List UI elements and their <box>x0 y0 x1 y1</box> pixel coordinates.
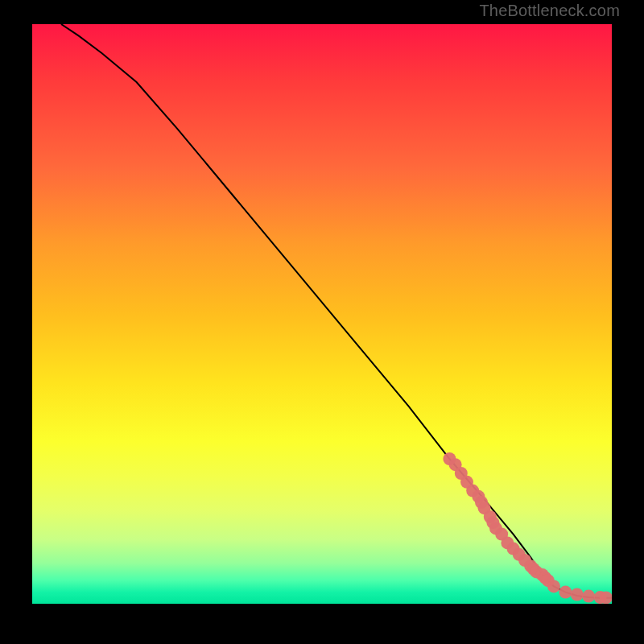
plot-background-gradient <box>32 24 612 604</box>
attribution-text: TheBottleneck.com <box>479 2 620 20</box>
chart-container: TheBottleneck.com <box>0 0 644 644</box>
